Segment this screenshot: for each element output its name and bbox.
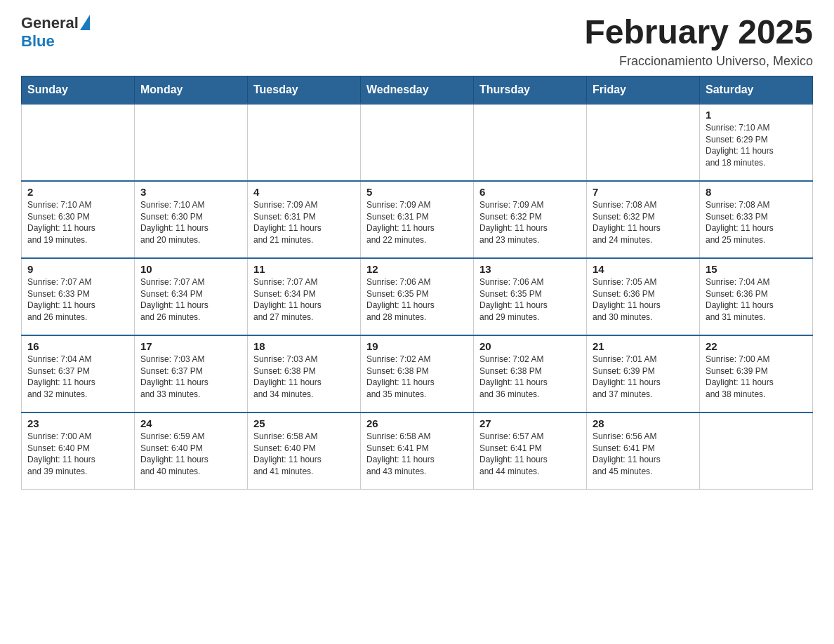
weekday-header-wednesday: Wednesday (361, 76, 474, 104)
day-info: Sunrise: 7:10 AM Sunset: 6:29 PM Dayligh… (706, 122, 807, 169)
day-number: 3 (140, 186, 241, 198)
day-info: Sunrise: 7:10 AM Sunset: 6:30 PM Dayligh… (140, 199, 241, 246)
day-number: 27 (479, 417, 581, 429)
day-number: 16 (27, 340, 128, 352)
calendar-cell: 27Sunrise: 6:57 AM Sunset: 6:41 PM Dayli… (474, 412, 587, 490)
calendar-cell: 26Sunrise: 6:58 AM Sunset: 6:41 PM Dayli… (361, 412, 474, 490)
calendar-cell: 19Sunrise: 7:02 AM Sunset: 6:38 PM Dayli… (361, 335, 474, 412)
weekday-header-thursday: Thursday (474, 76, 587, 104)
day-info: Sunrise: 7:07 AM Sunset: 6:33 PM Dayligh… (27, 276, 128, 323)
calendar-cell: 20Sunrise: 7:02 AM Sunset: 6:38 PM Dayli… (474, 335, 587, 412)
calendar-cell (474, 104, 587, 181)
page-header: General Blue February 2025 Fraccionamien… (21, 14, 813, 69)
day-number: 8 (706, 186, 807, 198)
day-info: Sunrise: 6:58 AM Sunset: 6:40 PM Dayligh… (253, 431, 355, 478)
day-info: Sunrise: 7:01 AM Sunset: 6:39 PM Dayligh… (593, 354, 694, 401)
day-info: Sunrise: 7:08 AM Sunset: 6:33 PM Dayligh… (706, 199, 807, 246)
calendar-cell (700, 412, 813, 490)
calendar-cell: 5Sunrise: 7:09 AM Sunset: 6:31 PM Daylig… (361, 181, 474, 258)
day-number: 23 (27, 417, 128, 429)
day-info: Sunrise: 7:09 AM Sunset: 6:31 PM Dayligh… (366, 199, 468, 246)
calendar-week-row: 23Sunrise: 7:00 AM Sunset: 6:40 PM Dayli… (22, 412, 813, 490)
day-info: Sunrise: 7:04 AM Sunset: 6:37 PM Dayligh… (27, 354, 128, 401)
calendar-cell: 14Sunrise: 7:05 AM Sunset: 6:36 PM Dayli… (587, 258, 700, 335)
day-info: Sunrise: 7:02 AM Sunset: 6:38 PM Dayligh… (366, 354, 468, 401)
day-number: 25 (253, 417, 355, 429)
day-info: Sunrise: 6:57 AM Sunset: 6:41 PM Dayligh… (479, 431, 581, 478)
day-number: 5 (366, 186, 468, 198)
calendar-cell: 3Sunrise: 7:10 AM Sunset: 6:30 PM Daylig… (135, 181, 248, 258)
calendar-cell: 22Sunrise: 7:00 AM Sunset: 6:39 PM Dayli… (700, 335, 813, 412)
day-number: 18 (253, 340, 355, 352)
calendar-header-row: SundayMondayTuesdayWednesdayThursdayFrid… (22, 76, 813, 104)
logo: General Blue (21, 14, 90, 51)
calendar-cell: 16Sunrise: 7:04 AM Sunset: 6:37 PM Dayli… (22, 335, 135, 412)
day-number: 22 (706, 340, 807, 352)
calendar-cell: 21Sunrise: 7:01 AM Sunset: 6:39 PM Dayli… (587, 335, 700, 412)
day-info: Sunrise: 6:59 AM Sunset: 6:40 PM Dayligh… (140, 431, 241, 478)
calendar-cell: 28Sunrise: 6:56 AM Sunset: 6:41 PM Dayli… (587, 412, 700, 490)
day-number: 26 (366, 417, 468, 429)
day-info: Sunrise: 7:03 AM Sunset: 6:38 PM Dayligh… (253, 354, 355, 401)
calendar-cell: 23Sunrise: 7:00 AM Sunset: 6:40 PM Dayli… (22, 412, 135, 490)
day-number: 7 (593, 186, 694, 198)
calendar-table: SundayMondayTuesdayWednesdayThursdayFrid… (21, 76, 813, 490)
weekday-header-friday: Friday (587, 76, 700, 104)
day-number: 6 (479, 186, 581, 198)
calendar-cell: 7Sunrise: 7:08 AM Sunset: 6:32 PM Daylig… (587, 181, 700, 258)
day-info: Sunrise: 7:02 AM Sunset: 6:38 PM Dayligh… (479, 354, 581, 401)
day-info: Sunrise: 7:10 AM Sunset: 6:30 PM Dayligh… (27, 199, 128, 246)
day-number: 28 (593, 417, 694, 429)
logo-blue: Blue (21, 32, 55, 50)
calendar-cell: 8Sunrise: 7:08 AM Sunset: 6:33 PM Daylig… (700, 181, 813, 258)
day-info: Sunrise: 6:56 AM Sunset: 6:41 PM Dayligh… (593, 431, 694, 478)
day-number: 17 (140, 340, 241, 352)
day-number: 21 (593, 340, 694, 352)
calendar-cell (587, 104, 700, 181)
calendar-week-row: 2Sunrise: 7:10 AM Sunset: 6:30 PM Daylig… (22, 181, 813, 258)
calendar-week-row: 16Sunrise: 7:04 AM Sunset: 6:37 PM Dayli… (22, 335, 813, 412)
day-number: 4 (253, 186, 355, 198)
title-area: February 2025 Fraccionamiento Universo, … (584, 14, 813, 69)
day-number: 2 (27, 186, 128, 198)
calendar-cell: 15Sunrise: 7:04 AM Sunset: 6:36 PM Dayli… (700, 258, 813, 335)
day-info: Sunrise: 7:04 AM Sunset: 6:36 PM Dayligh… (706, 276, 807, 323)
calendar-cell: 18Sunrise: 7:03 AM Sunset: 6:38 PM Dayli… (248, 335, 361, 412)
weekday-header-sunday: Sunday (22, 76, 135, 104)
day-number: 1 (706, 109, 807, 121)
logo-general: General (21, 14, 79, 32)
day-number: 14 (593, 263, 694, 275)
calendar-cell: 1Sunrise: 7:10 AM Sunset: 6:29 PM Daylig… (700, 104, 813, 181)
calendar-cell (22, 104, 135, 181)
day-info: Sunrise: 7:06 AM Sunset: 6:35 PM Dayligh… (366, 276, 468, 323)
day-number: 10 (140, 263, 241, 275)
day-info: Sunrise: 7:07 AM Sunset: 6:34 PM Dayligh… (140, 276, 241, 323)
day-info: Sunrise: 6:58 AM Sunset: 6:41 PM Dayligh… (366, 431, 468, 478)
day-info: Sunrise: 7:07 AM Sunset: 6:34 PM Dayligh… (253, 276, 355, 323)
weekday-header-tuesday: Tuesday (248, 76, 361, 104)
day-info: Sunrise: 7:05 AM Sunset: 6:36 PM Dayligh… (593, 276, 694, 323)
calendar-cell (361, 104, 474, 181)
day-number: 20 (479, 340, 581, 352)
day-number: 9 (27, 263, 128, 275)
day-info: Sunrise: 7:08 AM Sunset: 6:32 PM Dayligh… (593, 199, 694, 246)
day-info: Sunrise: 7:00 AM Sunset: 6:40 PM Dayligh… (27, 431, 128, 478)
location: Fraccionamiento Universo, Mexico (584, 54, 813, 69)
day-info: Sunrise: 7:09 AM Sunset: 6:32 PM Dayligh… (479, 199, 581, 246)
calendar-week-row: 1Sunrise: 7:10 AM Sunset: 6:29 PM Daylig… (22, 104, 813, 181)
day-number: 15 (706, 263, 807, 275)
calendar-cell: 11Sunrise: 7:07 AM Sunset: 6:34 PM Dayli… (248, 258, 361, 335)
day-info: Sunrise: 7:06 AM Sunset: 6:35 PM Dayligh… (479, 276, 581, 323)
day-number: 11 (253, 263, 355, 275)
day-info: Sunrise: 7:00 AM Sunset: 6:39 PM Dayligh… (706, 354, 807, 401)
calendar-week-row: 9Sunrise: 7:07 AM Sunset: 6:33 PM Daylig… (22, 258, 813, 335)
logo-triangle-icon (80, 15, 90, 30)
weekday-header-monday: Monday (135, 76, 248, 104)
calendar-cell: 2Sunrise: 7:10 AM Sunset: 6:30 PM Daylig… (22, 181, 135, 258)
day-number: 24 (140, 417, 241, 429)
day-number: 19 (366, 340, 468, 352)
calendar-cell: 9Sunrise: 7:07 AM Sunset: 6:33 PM Daylig… (22, 258, 135, 335)
calendar-cell: 24Sunrise: 6:59 AM Sunset: 6:40 PM Dayli… (135, 412, 248, 490)
calendar-cell: 6Sunrise: 7:09 AM Sunset: 6:32 PM Daylig… (474, 181, 587, 258)
day-info: Sunrise: 7:03 AM Sunset: 6:37 PM Dayligh… (140, 354, 241, 401)
